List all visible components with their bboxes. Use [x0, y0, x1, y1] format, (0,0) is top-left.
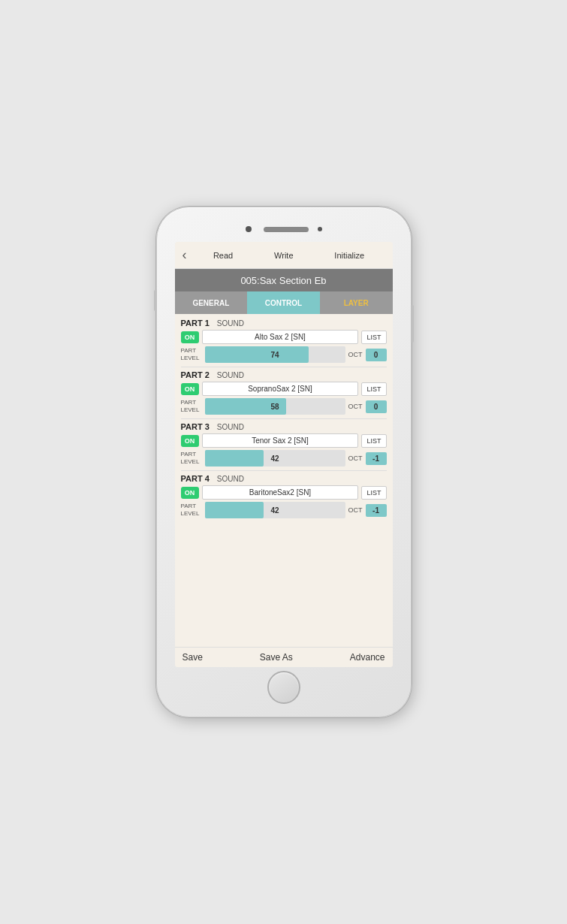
part-3-slider[interactable]: 42	[205, 450, 345, 467]
part-3-label: PART 3	[181, 422, 210, 431]
tab-layer[interactable]: LAYER	[320, 291, 393, 314]
tab-control[interactable]: CONTROL	[247, 291, 320, 314]
part-3-section: PART 3 SOUND ON Tenor Sax 2 [SN] LIST PA…	[181, 422, 387, 471]
nav-actions: Read Write Initialize	[193, 251, 385, 260]
front-mic	[318, 227, 322, 231]
tab-general[interactable]: GENERAL	[175, 291, 248, 314]
part-1-oct-label: OCT	[348, 351, 363, 358]
part-1-sound-label: SOUND	[217, 319, 244, 328]
part-2-oct-value[interactable]: 0	[366, 400, 387, 413]
patch-title: 005:Sax Section Eb	[240, 275, 326, 286]
save-as-button[interactable]: Save As	[260, 652, 293, 663]
part-2-level-value: 58	[270, 403, 279, 411]
front-camera	[246, 226, 252, 232]
part-2-header: PART 2 SOUND	[181, 370, 387, 379]
part-divider	[181, 367, 387, 367]
back-button[interactable]: ‹	[182, 247, 187, 263]
part-2-section: PART 2 SOUND ON SopranoSax 2 [SN] LIST P…	[181, 370, 387, 419]
part-2-oct-label: OCT	[348, 403, 363, 410]
phone-top-bar	[161, 216, 406, 242]
part-4-sound-label: SOUND	[217, 475, 244, 483]
part-1-on-button[interactable]: ON	[181, 331, 199, 343]
home-button[interactable]	[267, 671, 300, 704]
title-bar: 005:Sax Section Eb	[175, 269, 393, 291]
phone-frame: ‹ Read Write Initialize 005:Sax Section …	[156, 207, 412, 717]
part-3-level-row: PART LEVEL 42 OCT -1	[181, 450, 387, 467]
advance-button[interactable]: Advance	[350, 652, 385, 663]
part-2-on-button[interactable]: ON	[181, 383, 199, 395]
part-2-sound-row: ON SopranoSax 2 [SN] LIST	[181, 382, 387, 396]
initialize-button[interactable]: Initialize	[334, 251, 364, 260]
part-2-sound-name: SopranoSax 2 [SN]	[202, 382, 359, 396]
part-3-sound-name: Tenor Sax 2 [SN]	[202, 433, 359, 448]
tab-general-label: GENERAL	[192, 299, 229, 307]
part-3-oct-value[interactable]: -1	[366, 452, 387, 465]
part-1-sound-row: ON Alto Sax 2 [SN] LIST	[181, 330, 387, 344]
part-3-oct-label: OCT	[348, 454, 363, 462]
top-nav: ‹ Read Write Initialize	[175, 242, 393, 269]
bottom-bar	[267, 667, 300, 708]
part-1-level-label: PART LEVEL	[181, 347, 202, 361]
part-2-level-label: PART LEVEL	[181, 399, 202, 413]
part-2-level-row: PART LEVEL 58 OCT 0	[181, 398, 387, 415]
tab-control-label: CONTROL	[265, 299, 302, 307]
part-4-level-label: PART LEVEL	[181, 503, 202, 517]
part-4-oct-value[interactable]: -1	[366, 504, 387, 517]
write-button[interactable]: Write	[274, 251, 293, 260]
tab-layer-label: LAYER	[344, 299, 369, 307]
part-4-oct-label: OCT	[348, 506, 363, 514]
screen: ‹ Read Write Initialize 005:Sax Section …	[175, 242, 393, 667]
part-3-level-value: 42	[270, 454, 279, 463]
read-button[interactable]: Read	[213, 251, 233, 260]
save-button[interactable]: Save	[182, 652, 203, 663]
part-1-header: PART 1 SOUND	[181, 319, 387, 328]
part-4-sound-name: BaritoneSax2 [SN]	[202, 485, 359, 500]
part-3-on-button[interactable]: ON	[181, 435, 199, 447]
part-divider	[181, 470, 387, 471]
part-4-level-row: PART LEVEL 42 OCT -1	[181, 502, 387, 518]
content-area: PART 1 SOUND ON Alto Sax 2 [SN] LIST PAR…	[175, 314, 393, 647]
part-4-label: PART 4	[181, 474, 210, 483]
part-4-on-button[interactable]: ON	[181, 487, 199, 499]
part-4-slider[interactable]: 42	[205, 502, 345, 518]
part-4-section: PART 4 SOUND ON BaritoneSax2 [SN] LIST P…	[181, 474, 387, 518]
part-1-section: PART 1 SOUND ON Alto Sax 2 [SN] LIST PAR…	[181, 319, 387, 367]
part-4-list-button[interactable]: LIST	[361, 486, 386, 500]
tabs-bar: GENERAL CONTROL LAYER	[175, 291, 393, 314]
part-1-oct-value[interactable]: 0	[366, 349, 387, 361]
part-2-sound-label: SOUND	[217, 371, 244, 379]
part-divider	[181, 418, 387, 419]
part-1-slider[interactable]: 74	[205, 346, 345, 363]
parts-container: PART 1 SOUND ON Alto Sax 2 [SN] LIST PAR…	[181, 319, 387, 518]
part-3-sound-label: SOUND	[217, 423, 244, 431]
part-1-level-row: PART LEVEL 74 OCT 0	[181, 346, 387, 363]
part-1-label: PART 1	[181, 319, 210, 328]
bottom-actions: Save Save As Advance	[175, 647, 393, 667]
part-3-level-label: PART LEVEL	[181, 451, 202, 465]
part-3-list-button[interactable]: LIST	[361, 434, 386, 448]
part-2-list-button[interactable]: LIST	[361, 382, 386, 396]
part-3-header: PART 3 SOUND	[181, 422, 387, 431]
part-2-slider[interactable]: 58	[205, 398, 345, 415]
part-1-level-value: 74	[270, 351, 279, 359]
earpiece-speaker	[264, 227, 309, 232]
part-2-label: PART 2	[181, 370, 210, 379]
part-4-header: PART 4 SOUND	[181, 474, 387, 483]
part-4-sound-row: ON BaritoneSax2 [SN] LIST	[181, 485, 387, 500]
part-1-list-button[interactable]: LIST	[361, 331, 386, 344]
part-3-sound-row: ON Tenor Sax 2 [SN] LIST	[181, 433, 387, 448]
part-4-level-value: 42	[270, 506, 279, 515]
part-1-sound-name: Alto Sax 2 [SN]	[202, 330, 359, 344]
